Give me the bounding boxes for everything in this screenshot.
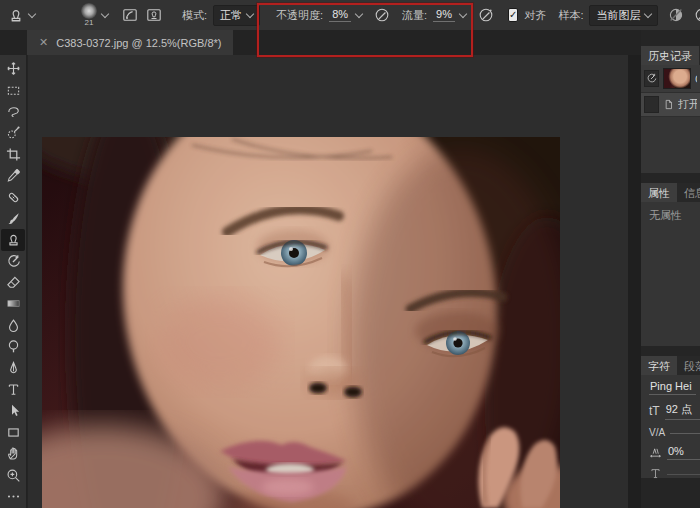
- crop-icon: [6, 147, 21, 162]
- no-properties-text: 无属性: [641, 202, 700, 229]
- character-panel-body: Ping Hei tT 92 点 V/A 0%: [641, 375, 700, 478]
- tool-rectangle[interactable]: [1, 422, 25, 443]
- tool-dodge[interactable]: [1, 336, 25, 357]
- mode-chevron-icon: [246, 10, 254, 18]
- tool-move[interactable]: [1, 58, 25, 79]
- kerning-row: V/A: [641, 422, 700, 440]
- tool-crop[interactable]: [1, 144, 25, 165]
- mode-value: 正常: [220, 8, 242, 23]
- rectangle-icon: [6, 425, 21, 440]
- edit-toolbar-icon: [6, 489, 21, 504]
- ignore-adjustment-layers-icon[interactable]: [668, 7, 684, 23]
- snapshot-name: C383-0372.jpg: [695, 73, 697, 85]
- tool-marquee[interactable]: [1, 79, 25, 100]
- options-bar: 21 模式: 正常 不透明度: 8% 流量: 9% ✓ 对齐 样本: 当前图层: [0, 0, 700, 31]
- clone-source-panel-icon[interactable]: [146, 7, 162, 23]
- tool-gradient[interactable]: [1, 293, 25, 314]
- document-title: C383-0372.jpg @ 12.5%(RGB/8*): [56, 37, 221, 49]
- history-state-well[interactable]: [644, 96, 659, 113]
- brush-icon: [6, 211, 21, 226]
- portrait-image: [42, 137, 560, 508]
- history-panel-header: 历史记录: [641, 46, 700, 65]
- tool-type[interactable]: [1, 379, 25, 400]
- tool-pen[interactable]: [1, 357, 25, 378]
- path-select-icon: [6, 403, 21, 418]
- tool-zoom[interactable]: [1, 464, 25, 485]
- toolbox: [0, 55, 27, 508]
- airbrush-icon[interactable]: [478, 7, 494, 23]
- tab-character[interactable]: 字符: [641, 356, 677, 375]
- tool-quick-select[interactable]: [1, 122, 25, 143]
- brush-picker-chevron-icon[interactable]: [101, 10, 109, 18]
- clone-stamp-icon: [6, 232, 21, 247]
- mode-dropdown[interactable]: 正常: [213, 5, 260, 26]
- tool-blur[interactable]: [1, 315, 25, 336]
- tracking-icon: [649, 446, 662, 459]
- eraser-icon: [6, 275, 21, 290]
- close-tab-icon[interactable]: ✕: [39, 36, 48, 49]
- brush-tip-preview-icon: [81, 3, 97, 19]
- pressure-opacity-icon[interactable]: [374, 7, 390, 23]
- type-icon: [6, 382, 21, 397]
- scale-icon: [649, 467, 662, 480]
- sample-value: 当前图层: [596, 8, 640, 23]
- font-size-field[interactable]: 92 点: [665, 402, 700, 420]
- lasso-icon: [6, 104, 21, 119]
- tool-preset-chevron-icon[interactable]: [28, 10, 36, 18]
- history-snapshot-row[interactable]: C383-0372.jpg: [641, 65, 700, 93]
- properties-panel-header: 属性 信息: [641, 183, 700, 202]
- pressure-size-icon[interactable]: [694, 7, 700, 23]
- sample-dropdown[interactable]: 当前图层: [589, 5, 658, 26]
- tool-clone-stamp[interactable]: [1, 229, 25, 250]
- history-brush-source-well[interactable]: [644, 70, 659, 87]
- snapshot-thumbnail[interactable]: [663, 68, 691, 89]
- eyedropper-icon: [6, 168, 21, 183]
- tool-eraser[interactable]: [1, 272, 25, 293]
- kerning-field[interactable]: [670, 431, 700, 434]
- flow-value[interactable]: 9%: [433, 8, 455, 22]
- align-label: 对齐: [524, 8, 546, 23]
- tool-eyedropper[interactable]: [1, 165, 25, 186]
- brush-preset-picker[interactable]: 21: [81, 3, 97, 27]
- gradient-icon: [6, 296, 21, 311]
- tool-lasso[interactable]: [1, 101, 25, 122]
- blur-icon: [6, 318, 21, 333]
- tool-edit-toolbar[interactable]: [1, 486, 25, 507]
- tracking-row: 0%: [641, 440, 700, 462]
- tool-healing-brush[interactable]: [1, 186, 25, 207]
- opacity-value[interactable]: 8%: [329, 8, 351, 22]
- tab-paragraph[interactable]: 段落: [677, 356, 700, 375]
- align-checkbox[interactable]: ✓: [508, 8, 518, 22]
- font-family-row: Ping Hei: [641, 375, 700, 397]
- tool-hand[interactable]: [1, 443, 25, 464]
- scale-row-partial: [641, 462, 700, 482]
- flow-chevron-icon[interactable]: [459, 10, 467, 18]
- tab-properties[interactable]: 属性: [641, 183, 677, 202]
- history-brush-icon: [6, 254, 21, 269]
- document-icon: [663, 99, 674, 110]
- history-state-open-row[interactable]: 打开: [641, 93, 700, 117]
- brush-settings-panel-icon[interactable]: [122, 7, 138, 23]
- marquee-icon: [6, 83, 21, 98]
- canvas-photo[interactable]: [42, 137, 560, 508]
- scale-field[interactable]: [667, 472, 700, 475]
- move-icon: [6, 61, 21, 76]
- canvas-area[interactable]: [28, 55, 628, 508]
- tab-history[interactable]: 历史记录: [641, 46, 699, 65]
- opacity-chevron-icon[interactable]: [355, 10, 363, 18]
- tool-path-select[interactable]: [1, 400, 25, 421]
- tracking-field[interactable]: 0%: [667, 445, 700, 460]
- font-family-field[interactable]: Ping Hei: [649, 380, 696, 395]
- tool-brush[interactable]: [1, 208, 25, 229]
- history-brush-icon: [646, 73, 657, 84]
- document-tab[interactable]: ✕ C383-0372.jpg @ 12.5%(RGB/8*): [27, 30, 233, 55]
- photoshop-window: 21 模式: 正常 不透明度: 8% 流量: 9% ✓ 对齐 样本: 当前图层 …: [0, 0, 700, 508]
- document-tab-strip: ✕ C383-0372.jpg @ 12.5%(RGB/8*): [0, 30, 700, 55]
- tool-history-brush[interactable]: [1, 251, 25, 272]
- brush-size-value: 21: [85, 19, 94, 27]
- kerning-icon: V/A: [649, 427, 665, 438]
- tab-info[interactable]: 信息: [677, 183, 700, 202]
- dodge-icon: [6, 339, 21, 354]
- tool-preset-clone-stamp-icon[interactable]: [8, 7, 24, 23]
- font-size-row: tT 92 点: [641, 397, 700, 422]
